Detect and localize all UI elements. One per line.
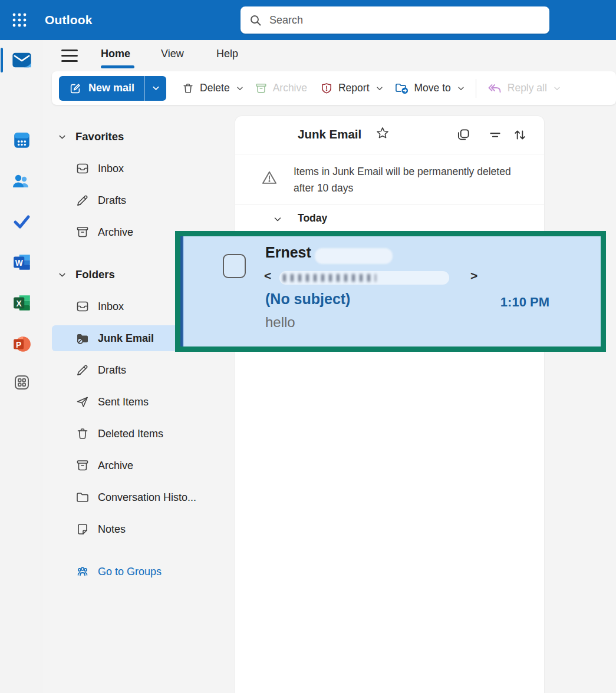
sidebar-item-favorites-inbox[interactable]: Inbox: [52, 156, 229, 182]
report-label: Report: [338, 82, 370, 94]
email-sender-name: Ernest: [265, 244, 311, 261]
select-all-icon[interactable]: [456, 127, 471, 143]
tab-help[interactable]: Help: [216, 48, 238, 60]
selection-accent-bar-light: [183, 236, 184, 346]
chevron-down-icon: [236, 84, 244, 93]
email-list-item[interactable]: Ernest < > (No subject) 1:10 PM hello: [180, 236, 601, 346]
tab-home[interactable]: Home: [101, 48, 130, 60]
rail-word-icon[interactable]: W: [0, 248, 43, 276]
move-to-folder-icon: [394, 81, 409, 95]
trash-icon: [182, 82, 195, 95]
tab-view[interactable]: View: [161, 48, 184, 60]
reply-all-label: Reply all: [508, 82, 547, 94]
email-time: 1:10 PM: [500, 295, 549, 310]
move-to-button[interactable]: Move to: [394, 81, 465, 95]
email-preview: hello: [265, 314, 295, 331]
svg-text:P: P: [16, 340, 21, 349]
delete-label: Delete: [200, 82, 230, 94]
rail-excel-icon[interactable]: X: [0, 289, 43, 317]
chevron-down-icon: [457, 84, 465, 93]
active-tab-indicator: [101, 65, 134, 68]
app-launcher-icon[interactable]: [6, 6, 33, 34]
inbox-icon: [75, 299, 90, 314]
folder-pane: Favorites Inbox Drafts Archive Folders I…: [52, 126, 229, 603]
command-toolbar: New mail Delete Archive Report: [52, 71, 616, 105]
rail-people-icon[interactable]: [0, 167, 43, 195]
rail-outlook-mail-icon[interactable]: [0, 46, 43, 74]
favorites-header-label: Favorites: [75, 130, 124, 143]
rail-powerpoint-icon[interactable]: P: [0, 330, 43, 358]
new-mail-split-button[interactable]: New mail: [59, 76, 166, 101]
compose-icon: [69, 82, 82, 95]
address-bracket-open: <: [264, 269, 271, 283]
archive-button[interactable]: Archive: [255, 82, 307, 95]
favorite-star-icon[interactable]: [375, 126, 390, 141]
sidebar-item-sent-items[interactable]: Sent Items: [52, 389, 229, 415]
app-rail: W X P: [0, 40, 43, 693]
rail-apps-grid-icon[interactable]: [0, 368, 43, 397]
hamburger-menu-icon[interactable]: [61, 50, 78, 62]
new-mail-button[interactable]: New mail: [59, 76, 144, 101]
sidebar-item-conversation-history[interactable]: Conversation Histo...: [52, 484, 229, 510]
groups-people-icon: [75, 565, 90, 579]
folders-header-label: Folders: [75, 268, 115, 281]
top-app-bar: Outlook: [0, 0, 616, 40]
search-icon: [249, 14, 262, 27]
svg-text:X: X: [16, 299, 22, 308]
drafts-pencil-icon: [75, 363, 90, 377]
search-input[interactable]: [268, 14, 541, 27]
email-checkbox[interactable]: [223, 254, 246, 278]
rail-calendar-icon[interactable]: [0, 126, 43, 154]
filter-icon[interactable]: [487, 127, 503, 143]
svg-text:W: W: [15, 258, 23, 268]
note-icon: [75, 522, 90, 536]
chevron-down-icon: [553, 84, 561, 93]
group-header-today[interactable]: Today: [235, 208, 544, 232]
rail-selected-indicator: [1, 48, 3, 72]
email-subject: (No subject): [265, 291, 350, 308]
chevron-down-icon: [58, 133, 67, 141]
chevron-down-icon: [58, 270, 67, 279]
delete-button[interactable]: Delete: [182, 82, 244, 95]
sort-icon[interactable]: [512, 127, 528, 143]
warning-text: Items in Junk Email will be permanently …: [294, 163, 525, 196]
go-to-groups-link[interactable]: Go to Groups: [52, 559, 229, 585]
warning-triangle-icon: [261, 170, 278, 185]
message-list-pane: Junk Email Items in Junk: [235, 116, 545, 693]
redacted-sender-surname: [315, 248, 393, 264]
sidebar-item-archive[interactable]: Archive: [52, 453, 229, 478]
app-title: Outlook: [45, 13, 93, 27]
rail-todo-check-icon[interactable]: [0, 207, 43, 236]
reply-all-button[interactable]: Reply all: [487, 82, 561, 95]
folder-icon: [75, 490, 90, 504]
sidebar-item-drafts[interactable]: Drafts: [52, 357, 229, 383]
new-mail-label: New mail: [88, 82, 134, 94]
new-mail-dropdown[interactable]: [144, 76, 166, 101]
junk-folder-icon: [75, 331, 90, 345]
drafts-pencil-icon: [75, 193, 90, 207]
search-bar[interactable]: [241, 6, 549, 34]
report-button[interactable]: Report: [320, 82, 384, 95]
address-bracket-close: >: [470, 269, 477, 283]
sidebar-item-favorites-drafts[interactable]: Drafts: [52, 187, 229, 213]
report-shield-icon: [320, 82, 333, 95]
favorites-section-header[interactable]: Favorites: [52, 126, 229, 147]
chevron-down-icon: [375, 84, 384, 93]
chevron-down-icon: [273, 214, 282, 224]
archive-box-icon: [255, 82, 268, 95]
toolbar-divider: [476, 79, 476, 98]
redacted-email-address: [279, 271, 449, 285]
send-icon: [75, 395, 90, 409]
inbox-icon: [75, 161, 90, 176]
reply-all-icon: [487, 82, 502, 95]
archive-box-icon: [75, 458, 90, 473]
sidebar-item-notes[interactable]: Notes: [52, 516, 229, 542]
move-to-label: Move to: [414, 82, 451, 94]
trash-icon: [75, 427, 90, 441]
archive-label: Archive: [273, 82, 307, 94]
folder-title: Junk Email: [298, 127, 361, 141]
archive-box-icon: [75, 225, 90, 239]
group-header-label: Today: [298, 212, 327, 225]
annotation-highlight-box: Ernest < > (No subject) 1:10 PM hello: [175, 231, 606, 352]
sidebar-item-deleted-items[interactable]: Deleted Items: [52, 421, 229, 447]
